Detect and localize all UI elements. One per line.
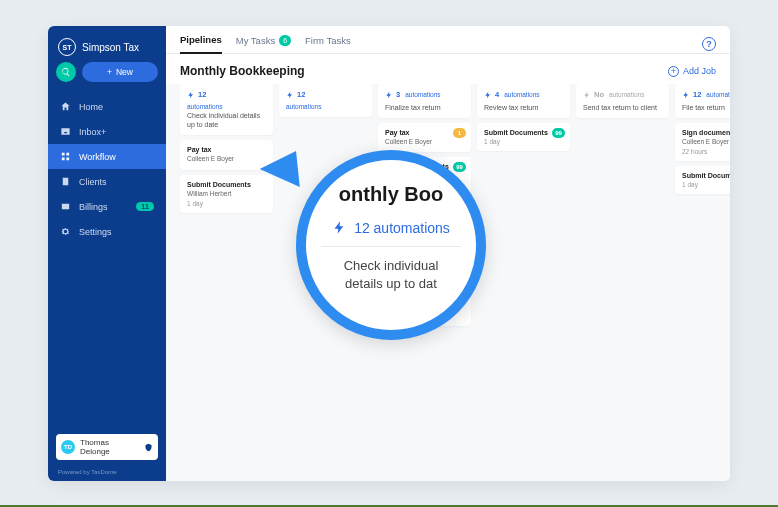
shield-icon <box>144 443 153 452</box>
lens-automation-row: 12 automations <box>321 220 461 247</box>
column-header[interactable]: 3automations Finalize tax return <box>378 84 471 118</box>
tab-badge: 6 <box>279 35 291 46</box>
bolt-icon <box>682 91 690 99</box>
kanban-column: 12 automations Check individual details … <box>180 84 273 471</box>
automation-label: automations <box>706 91 730 99</box>
bolt-icon <box>484 91 492 99</box>
column-header[interactable]: 4automations Review tax return <box>477 84 570 118</box>
workflow-icon <box>60 151 71 162</box>
sidebar-item-workflow[interactable]: Workflow <box>48 144 166 169</box>
clients-icon <box>60 176 71 187</box>
sidebar-badge: 11 <box>136 202 154 211</box>
add-job-button[interactable]: + Add Job <box>668 66 716 77</box>
lens-pointer <box>258 151 300 191</box>
tabs-row: Pipelines My Tasks 6 Firm Tasks ? <box>166 26 730 54</box>
automation-label: automations <box>286 103 365 111</box>
lens-desc-line: Check individual <box>344 257 439 275</box>
sidebar-nav: Home Inbox+ Workflow Clients Billings 11 <box>48 94 166 244</box>
card-badge: 1 <box>453 128 466 138</box>
tab-label: My Tasks <box>236 35 275 46</box>
search-button[interactable] <box>56 62 76 82</box>
card-title: Sign document <box>682 129 730 136</box>
column-desc: File tax return <box>682 103 730 112</box>
card-subtitle: Colleen E Boyer <box>187 155 266 163</box>
sidebar-item-clients[interactable]: Clients <box>48 169 166 194</box>
sidebar-item-label: Workflow <box>79 152 116 162</box>
tab-firmtasks[interactable]: Firm Tasks <box>305 35 351 53</box>
user-name: Thomas Delonge <box>80 438 139 456</box>
column-header[interactable]: Noautomations Send tax return to client <box>576 84 669 118</box>
powered-by: Powered by TaxDome <box>48 466 166 481</box>
tab-mytasks[interactable]: My Tasks 6 <box>236 35 291 53</box>
kanban-card[interactable]: 99 Submit Documents 1 day <box>477 123 570 151</box>
tab-label: Firm Tasks <box>305 35 351 46</box>
add-job-label: Add Job <box>683 66 716 76</box>
kanban-column: Noautomations Send tax return to client <box>576 84 669 471</box>
automation-label: automations <box>187 103 266 111</box>
automation-label: automations <box>609 91 644 99</box>
bolt-icon <box>187 91 195 99</box>
card-title: Submit Documents <box>682 172 730 179</box>
lens-desc-line: details up to dat <box>344 275 439 293</box>
brand-name: Simpson Tax <box>82 42 139 53</box>
sidebar-item-billings[interactable]: Billings 11 <box>48 194 166 219</box>
column-desc: Send tax return to client <box>583 103 662 112</box>
card-meta: 22 hours <box>682 148 730 155</box>
card-meta: 1 day <box>187 200 266 207</box>
kanban-column: 12automations File tax return Sign docum… <box>675 84 730 471</box>
new-button-label: New <box>116 67 133 77</box>
kanban-card[interactable]: 1 Pay tax Colleen E Boyer <box>378 123 471 152</box>
board-title: Monthly Bookkeeping <box>180 64 305 78</box>
automation-label: automations <box>504 91 539 99</box>
kanban-card[interactable]: 99 Submit Documents 1 day <box>675 166 730 194</box>
sidebar: ST Simpson Tax + New Home Inbox+ Wo <box>48 26 166 481</box>
user-chip[interactable]: TD Thomas Delonge <box>56 434 158 460</box>
card-badge: 99 <box>453 162 466 172</box>
column-header[interactable]: 12 automations <box>279 84 372 117</box>
new-button[interactable]: + New <box>82 62 158 82</box>
automation-count: 3 <box>396 90 400 100</box>
automation-count: 4 <box>495 90 499 100</box>
card-subtitle: William Herbert <box>187 190 266 198</box>
automation-count: 12 <box>693 90 701 100</box>
board-header: Monthly Bookkeeping + Add Job <box>166 54 730 84</box>
inbox-icon <box>60 126 71 137</box>
card-title: Pay tax <box>187 146 266 153</box>
column-desc: Finalize tax return <box>385 103 464 112</box>
column-desc: Review tax return <box>484 103 563 112</box>
billings-icon <box>60 201 71 212</box>
sidebar-item-settings[interactable]: Settings <box>48 219 166 244</box>
sidebar-item-label: Inbox+ <box>79 127 106 137</box>
lens-title: onthly Boo <box>339 183 443 206</box>
kanban-card[interactable]: Sign document Colleen E Boyer 22 hours <box>675 123 730 161</box>
sidebar-item-inbox[interactable]: Inbox+ <box>48 119 166 144</box>
card-subtitle: Colleen E Boyer <box>385 138 464 146</box>
bolt-icon <box>286 91 294 99</box>
search-icon <box>61 67 71 77</box>
lens-automation-count: 12 automations <box>354 220 450 236</box>
automation-label: automations <box>405 91 440 99</box>
help-icon[interactable]: ? <box>702 37 716 51</box>
automation-count: No <box>594 90 604 100</box>
column-desc: Check individual details up to date <box>187 111 266 129</box>
automation-count: 12 <box>297 90 305 100</box>
bolt-icon <box>385 91 393 99</box>
tab-label: Pipelines <box>180 34 222 45</box>
sidebar-item-label: Clients <box>79 177 107 187</box>
sidebar-item-home[interactable]: Home <box>48 94 166 119</box>
sidebar-search-row: + New <box>48 62 166 90</box>
column-header[interactable]: 12 automations Check individual details … <box>180 84 273 135</box>
magnifier-callout: onthly Boo 12 automations Check individu… <box>296 150 486 340</box>
kanban-card[interactable]: Submit Documents William Herbert 1 day <box>180 175 273 213</box>
avatar: TD <box>61 440 75 454</box>
sidebar-item-label: Billings <box>79 202 108 212</box>
plus-icon: + <box>668 66 679 77</box>
plus-icon: + <box>107 67 112 77</box>
automation-count: 12 <box>198 90 206 100</box>
card-meta: 1 day <box>484 138 563 145</box>
app-window: ST Simpson Tax + New Home Inbox+ Wo <box>48 26 730 481</box>
column-header[interactable]: 12automations File tax return <box>675 84 730 118</box>
tab-pipelines[interactable]: Pipelines <box>180 34 222 54</box>
brand-logo: ST <box>58 38 76 56</box>
kanban-column: 4automations Review tax return 99 Submit… <box>477 84 570 471</box>
